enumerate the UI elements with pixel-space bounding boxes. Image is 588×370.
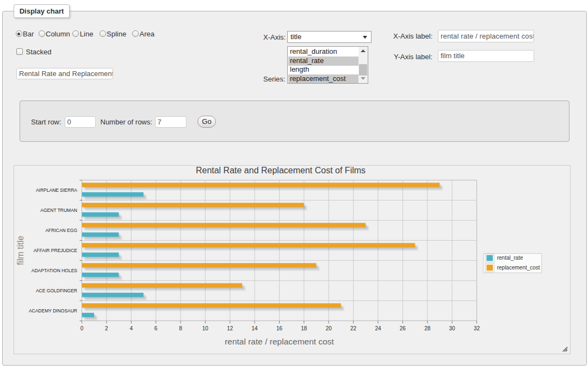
svg-text:2: 2 bbox=[105, 325, 108, 331]
svg-text:ACE GOLDFINGER: ACE GOLDFINGER bbox=[35, 288, 77, 293]
svg-text:18: 18 bbox=[301, 325, 307, 331]
svg-text:ACADEMY DINOSAUR: ACADEMY DINOSAUR bbox=[28, 308, 77, 313]
svg-text:replacement_cost: replacement_cost bbox=[497, 265, 540, 271]
svg-text:6: 6 bbox=[154, 325, 157, 331]
svg-text:30: 30 bbox=[449, 325, 455, 331]
svg-text:4: 4 bbox=[129, 325, 133, 331]
svg-text:rental rate / replacement cost: rental rate / replacement cost bbox=[225, 337, 334, 346]
svg-text:16: 16 bbox=[276, 325, 282, 331]
svg-text:28: 28 bbox=[424, 325, 431, 331]
svg-text:ADAPTATION HOLES: ADAPTATION HOLES bbox=[31, 268, 77, 273]
svg-text:8: 8 bbox=[179, 325, 182, 331]
svg-text:rental_rate: rental_rate bbox=[497, 255, 523, 261]
svg-text:0: 0 bbox=[80, 325, 83, 331]
svg-text:Rental Rate and Replacement Co: Rental Rate and Replacement Cost of Film… bbox=[195, 166, 365, 175]
svg-text:AFRICAN EGG: AFRICAN EGG bbox=[45, 228, 77, 233]
svg-text:12: 12 bbox=[227, 325, 233, 331]
svg-text:20: 20 bbox=[325, 325, 332, 331]
svg-text:film title: film title bbox=[16, 236, 25, 265]
svg-text:AFFAIR PREJUDICE: AFFAIR PREJUDICE bbox=[33, 248, 77, 253]
svg-text:AIRPLANE SIERRA: AIRPLANE SIERRA bbox=[35, 187, 77, 193]
svg-text:24: 24 bbox=[375, 325, 381, 331]
svg-text:10: 10 bbox=[202, 325, 208, 331]
svg-text:14: 14 bbox=[251, 325, 258, 331]
svg-text:32: 32 bbox=[473, 325, 480, 331]
svg-text:AGENT TRUMAN: AGENT TRUMAN bbox=[40, 208, 77, 213]
svg-text:26: 26 bbox=[399, 325, 406, 331]
svg-text:22: 22 bbox=[350, 325, 357, 331]
